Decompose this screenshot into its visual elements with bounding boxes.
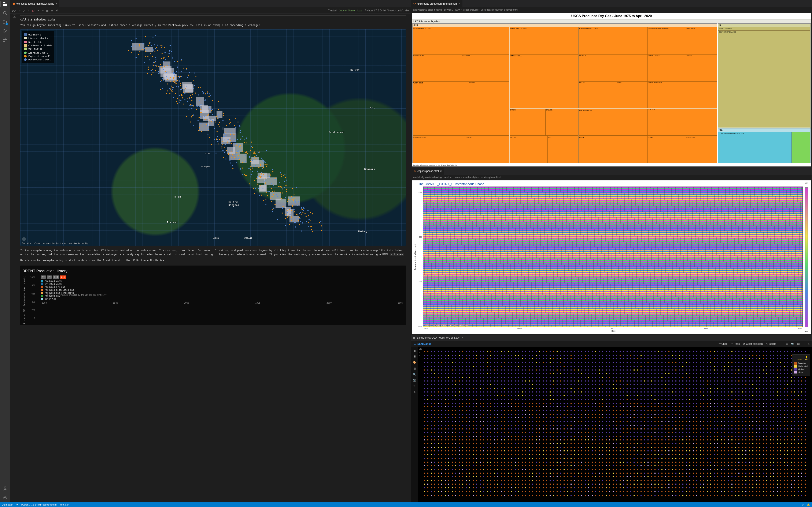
add-cell-icon[interactable]: ＋ [37,9,40,12]
settings-gear-icon[interactable] [3,495,8,500]
data-icon[interactable]: ䷀ [413,355,416,358]
range-button-ytd[interactable]: YTD [53,276,59,279]
account-icon[interactable] [3,486,8,491]
breadcrumb-segment[interactable]: ukcs-dgas-production-treemap.html [481,8,518,11]
brent-chart[interactable]: BRENT Production History Produced Oil, C… [20,266,406,326]
svg-rect-7 [3,40,5,42]
run-above-icon[interactable]: ▷ [18,9,20,12]
legend-item[interactable]: other [794,371,808,374]
next-icon[interactable]: ⏭ [797,342,800,345]
treemap-chart[interactable]: UKCS Produced Dry Gas - June 1975 to Apr… [412,13,811,166]
breadcrumb-segment[interactable]: analyticsignal-static-hosting [413,8,442,11]
isolate-button[interactable]: ▽ Isolate [766,342,776,345]
chart-legend[interactable]: Produced waterInjected waterProduced dry… [41,280,74,300]
breadcrumb[interactable]: analyticsignal-static-hosting›service1›w… [411,7,812,12]
seismic-chart[interactable]: Two-way time (milliseconds) Line 232A009… [412,180,811,334]
seismic-editor: <> esp-instphase.html × ⋯ analyticsignal… [411,168,812,335]
tab-overflow-icon[interactable]: ⋯ [806,2,812,5]
markdown-cell[interactable]: Cell 3.9 Embedded Links You can go beyon… [18,14,411,332]
prev-icon[interactable]: ⏮ [785,342,788,345]
breadcrumb-segment[interactable]: visual-analytics [463,8,478,11]
breadcrumb-segment[interactable]: service1 [444,8,453,11]
snapshot-icon[interactable]: 📷 [791,342,794,345]
legend-item[interactable]: Deviated [794,362,808,364]
collapse-cell-icon[interactable]: ▾ [13,14,16,17]
tab-overflow-icon[interactable]: ⋯ [808,336,810,339]
breadcrumb[interactable]: analyticsignal-static-hosting›service1›w… [411,175,812,180]
cell-down-icon[interactable]: ▦ [46,9,48,12]
map-legend[interactable]: Quadrants License blocks Gas fields Cond… [22,31,54,63]
legend-item[interactable]: Produced dry gas [41,286,74,288]
source-control-icon[interactable]: 1 [3,19,8,24]
trusted-status[interactable]: Trusted [328,9,337,12]
breadcrumb-segment[interactable]: service1 [444,176,453,178]
search-icon[interactable]: 🔍 [413,373,416,376]
more-icon[interactable]: ⋯ [780,342,782,345]
problems-status[interactable]: ⊘ 0 ⚠ 0 [60,503,68,506]
feedback-icon[interactable]: ☺ [802,503,804,506]
cube-view-icon[interactable]: ⬚ [803,342,805,345]
range-button-5y[interactable]: 5Y [41,276,46,279]
run-all-icon[interactable]: ▷▷ [12,9,16,12]
cell-up-icon[interactable]: ≡ [42,9,44,12]
sync-status[interactable]: ⟳ [16,503,18,506]
chart-plot-area[interactable]: Contains information provided by the Oil… [41,300,404,301]
legend-lightbulb-icon[interactable]: 💡 [805,356,808,358]
tab-overflow-icon[interactable]: ⋯ [405,2,411,5]
legend-item[interactable]: Injected water [41,283,74,285]
breadcrumb-segment[interactable]: www [455,176,460,178]
chart-type-icon[interactable]: ◧ [413,349,416,352]
sanddance-legend[interactable]: 💡 DEVIATTYP DeviatedHorizontalVerticalot… [792,354,810,376]
plotly-logo-icon[interactable] [22,237,26,241]
restart-icon[interactable]: ↻ [28,9,30,12]
extensions-icon[interactable] [3,37,8,42]
legend-item[interactable]: Horizontal [794,365,808,368]
jupyter-server-status[interactable]: Jupyter Server: local [339,9,362,12]
legend-item[interactable]: Water Cut [41,298,74,300]
tab-overflow-icon[interactable]: ⋯ [806,170,812,173]
breadcrumb-segment[interactable]: analyticsignal-static-hosting [413,176,442,178]
breadcrumb-segment[interactable]: esp-instphase.html [481,176,501,178]
legend-item[interactable]: Produced associated gas [41,289,74,291]
explorer-icon[interactable] [3,2,8,7]
range-button-all[interactable]: All [60,276,66,279]
redo-button[interactable]: ↷ Redo [731,342,740,345]
clear-selection-button[interactable]: ✕ Clear selection [743,342,763,345]
embedded-map[interactable]: Quadrants License blocks Gas fields Cond… [20,30,406,246]
search-icon[interactable] [3,11,8,16]
breadcrumb-segment[interactable]: www [455,8,460,11]
range-button-1y[interactable]: 1Y [47,276,52,279]
svg-point-2 [3,20,4,21]
interrupt-icon[interactable]: ▢ [32,9,35,12]
python-env-status[interactable]: Python 3.7.6 64-bit ('base': conda) [21,503,57,506]
close-icon[interactable]: × [462,336,463,339]
legend-item[interactable]: Produced water [41,280,74,282]
grid-icon[interactable]: ▦ [413,367,416,370]
settings-icon[interactable]: ⚙ [413,391,416,394]
close-icon[interactable]: × [55,2,57,5]
home-view-icon[interactable]: ⌂ [808,342,809,345]
tab-seismic[interactable]: <> esp-instphase.html × [411,168,444,175]
color-icon[interactable]: 🎨 [413,361,416,364]
close-icon[interactable]: × [440,169,442,173]
run-debug-icon[interactable] [3,28,8,34]
close-icon[interactable]: × [459,2,460,5]
branch-status[interactable]: ⎇ master [2,503,13,506]
kernel-status[interactable]: Python 3.7.6 64-bit ('base': conda): Idl… [365,9,409,12]
history-icon[interactable]: ↻ [413,385,415,388]
chart-attribution: Contains information provided by the Oil… [424,324,469,326]
camera-icon[interactable]: 📷 [413,379,416,382]
run-cell-icon[interactable]: ▷ [23,9,25,12]
sanddance-canvas[interactable] [424,351,808,498]
undo-button[interactable]: ↶ Undo [718,342,727,345]
tab-notebook[interactable]: workshop-toolkit-markdown.ipynb × [10,0,59,7]
breadcrumb-segment[interactable]: visual-analytics [463,176,478,178]
variables-icon[interactable]: ⧉ [51,9,53,12]
notifications-icon[interactable]: 🔔 [807,503,810,506]
split-editor-icon[interactable]: ◫ [803,336,805,339]
tab-treemap[interactable]: <> ukcs-dgas-production-treemap.html × [411,0,463,7]
heatmap-canvas[interactable]: Contains information provided by the Oil… [423,186,803,327]
treemap-root[interactable]: UKCS Produced Dry Gas [412,19,811,23]
legend-item[interactable]: Vertical [794,368,808,371]
export-icon[interactable]: ⇲ [55,9,57,12]
